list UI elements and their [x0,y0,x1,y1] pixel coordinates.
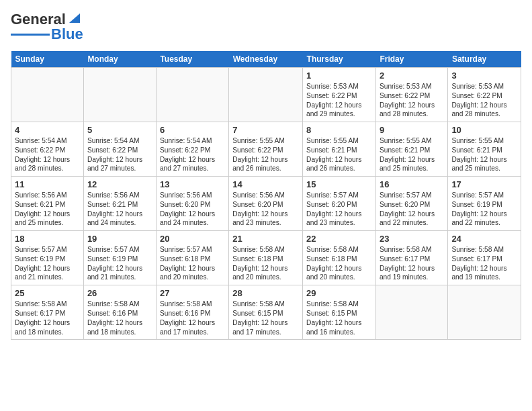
cell-details: Sunrise: 5:57 AMSunset: 6:19 PMDaylight:… [451,191,517,228]
calendar-cell: 1Sunrise: 5:53 AMSunset: 6:22 PMDaylight… [303,68,376,122]
col-header-monday: Monday [83,51,156,68]
col-header-friday: Friday [375,51,447,68]
cell-details: Sunrise: 5:57 AMSunset: 6:20 PMDaylight:… [306,191,372,228]
calendar-cell [229,68,303,122]
cell-details: Sunrise: 5:55 AMSunset: 6:21 PMDaylight:… [306,136,372,173]
day-number: 14 [232,179,299,189]
calendar-table: SundayMondayTuesdayWednesdayThursdayFrid… [11,51,521,340]
cell-details: Sunrise: 5:58 AMSunset: 6:17 PMDaylight:… [15,300,80,336]
calendar-cell: 11Sunrise: 5:56 AMSunset: 6:21 PMDayligh… [11,177,84,231]
day-number: 22 [306,234,372,244]
day-number: 3 [451,71,517,81]
logo: General Blue [11,11,83,43]
cell-details: Sunrise: 5:55 AMSunset: 6:22 PMDaylight:… [232,136,299,173]
cell-details: Sunrise: 5:56 AMSunset: 6:20 PMDaylight:… [160,191,225,228]
day-number: 5 [87,125,152,135]
calendar-cell: 24Sunrise: 5:58 AMSunset: 6:17 PMDayligh… [448,231,521,285]
day-number: 16 [380,179,444,189]
calendar-cell: 28Sunrise: 5:58 AMSunset: 6:15 PMDayligh… [229,285,303,340]
day-number: 15 [306,179,372,189]
calendar-cell: 20Sunrise: 5:57 AMSunset: 6:18 PMDayligh… [156,231,228,285]
day-number: 28 [232,288,299,298]
cell-details: Sunrise: 5:53 AMSunset: 6:22 PMDaylight:… [306,82,372,119]
day-number: 19 [87,234,152,244]
col-header-wednesday: Wednesday [229,51,303,68]
day-number: 13 [160,179,225,189]
calendar-cell: 6Sunrise: 5:54 AMSunset: 6:22 PMDaylight… [156,122,228,177]
cell-details: Sunrise: 5:53 AMSunset: 6:22 PMDaylight:… [451,82,517,119]
cell-details: Sunrise: 5:55 AMSunset: 6:21 PMDaylight:… [380,136,444,173]
cell-details: Sunrise: 5:55 AMSunset: 6:21 PMDaylight:… [451,136,517,173]
day-number: 20 [160,234,225,244]
cell-details: Sunrise: 5:58 AMSunset: 6:17 PMDaylight:… [380,245,444,282]
calendar-cell [375,285,447,340]
calendar-cell: 2Sunrise: 5:53 AMSunset: 6:22 PMDaylight… [375,68,447,122]
calendar-header-row: SundayMondayTuesdayWednesdayThursdayFrid… [11,51,521,68]
calendar-cell [156,68,228,122]
cell-details: Sunrise: 5:53 AMSunset: 6:22 PMDaylight:… [380,82,444,119]
week-row-2: 4Sunrise: 5:54 AMSunset: 6:22 PMDaylight… [11,122,521,177]
calendar-cell: 9Sunrise: 5:55 AMSunset: 6:21 PMDaylight… [375,122,447,177]
cell-details: Sunrise: 5:56 AMSunset: 6:21 PMDaylight:… [15,191,80,228]
calendar-cell [83,68,156,122]
calendar-cell: 3Sunrise: 5:53 AMSunset: 6:22 PMDaylight… [448,68,521,122]
cell-details: Sunrise: 5:57 AMSunset: 6:18 PMDaylight:… [160,245,225,282]
day-number: 29 [306,288,372,298]
day-number: 10 [451,125,517,135]
calendar-cell: 17Sunrise: 5:57 AMSunset: 6:19 PMDayligh… [448,177,521,231]
page-header: General Blue [11,11,521,43]
cell-details: Sunrise: 5:54 AMSunset: 6:22 PMDaylight:… [15,136,80,173]
day-number: 12 [87,179,152,189]
calendar-cell: 26Sunrise: 5:58 AMSunset: 6:16 PMDayligh… [83,285,156,340]
calendar-cell: 8Sunrise: 5:55 AMSunset: 6:21 PMDaylight… [303,122,376,177]
cell-details: Sunrise: 5:56 AMSunset: 6:21 PMDaylight:… [87,191,152,228]
cell-details: Sunrise: 5:54 AMSunset: 6:22 PMDaylight:… [160,136,225,173]
cell-details: Sunrise: 5:57 AMSunset: 6:19 PMDaylight:… [87,245,152,282]
day-number: 23 [380,234,444,244]
cell-details: Sunrise: 5:56 AMSunset: 6:20 PMDaylight:… [232,191,299,228]
calendar-cell: 18Sunrise: 5:57 AMSunset: 6:19 PMDayligh… [11,231,84,285]
calendar-cell: 15Sunrise: 5:57 AMSunset: 6:20 PMDayligh… [303,177,376,231]
day-number: 9 [380,125,444,135]
day-number: 4 [15,125,80,135]
calendar-cell: 19Sunrise: 5:57 AMSunset: 6:19 PMDayligh… [83,231,156,285]
day-number: 24 [451,234,517,244]
col-header-sunday: Sunday [11,51,84,68]
calendar-cell: 25Sunrise: 5:58 AMSunset: 6:17 PMDayligh… [11,285,84,340]
calendar-cell [448,285,521,340]
calendar-cell: 14Sunrise: 5:56 AMSunset: 6:20 PMDayligh… [229,177,303,231]
col-header-thursday: Thursday [303,51,376,68]
day-number: 1 [306,71,372,81]
day-number: 2 [380,71,444,81]
day-number: 8 [306,125,372,135]
day-number: 7 [232,125,299,135]
cell-details: Sunrise: 5:57 AMSunset: 6:19 PMDaylight:… [15,245,80,282]
cell-details: Sunrise: 5:58 AMSunset: 6:17 PMDaylight:… [451,245,517,282]
day-number: 27 [160,288,225,298]
calendar-cell: 21Sunrise: 5:58 AMSunset: 6:18 PMDayligh… [229,231,303,285]
calendar-cell: 10Sunrise: 5:55 AMSunset: 6:21 PMDayligh… [448,122,521,177]
col-header-tuesday: Tuesday [156,51,228,68]
calendar-cell: 23Sunrise: 5:58 AMSunset: 6:17 PMDayligh… [375,231,447,285]
cell-details: Sunrise: 5:57 AMSunset: 6:20 PMDaylight:… [380,191,444,228]
cell-details: Sunrise: 5:54 AMSunset: 6:22 PMDaylight:… [87,136,152,173]
calendar-cell: 5Sunrise: 5:54 AMSunset: 6:22 PMDaylight… [83,122,156,177]
cell-details: Sunrise: 5:58 AMSunset: 6:16 PMDaylight:… [160,300,225,336]
week-row-5: 25Sunrise: 5:58 AMSunset: 6:17 PMDayligh… [11,285,521,340]
logo-arrow-icon [67,11,82,26]
day-number: 6 [160,125,225,135]
calendar-cell [11,68,84,122]
calendar-cell: 13Sunrise: 5:56 AMSunset: 6:20 PMDayligh… [156,177,228,231]
day-number: 18 [15,234,80,244]
calendar-cell: 27Sunrise: 5:58 AMSunset: 6:16 PMDayligh… [156,285,228,340]
cell-details: Sunrise: 5:58 AMSunset: 6:16 PMDaylight:… [87,300,152,336]
cell-details: Sunrise: 5:58 AMSunset: 6:15 PMDaylight:… [232,300,299,336]
week-row-3: 11Sunrise: 5:56 AMSunset: 6:21 PMDayligh… [11,177,521,231]
cell-details: Sunrise: 5:58 AMSunset: 6:18 PMDaylight:… [232,245,299,282]
svg-marker-0 [69,13,80,23]
cell-details: Sunrise: 5:58 AMSunset: 6:15 PMDaylight:… [306,300,372,336]
calendar-cell: 7Sunrise: 5:55 AMSunset: 6:22 PMDaylight… [229,122,303,177]
calendar-cell: 22Sunrise: 5:58 AMSunset: 6:18 PMDayligh… [303,231,376,285]
calendar-cell: 29Sunrise: 5:58 AMSunset: 6:15 PMDayligh… [303,285,376,340]
calendar-cell: 12Sunrise: 5:56 AMSunset: 6:21 PMDayligh… [83,177,156,231]
